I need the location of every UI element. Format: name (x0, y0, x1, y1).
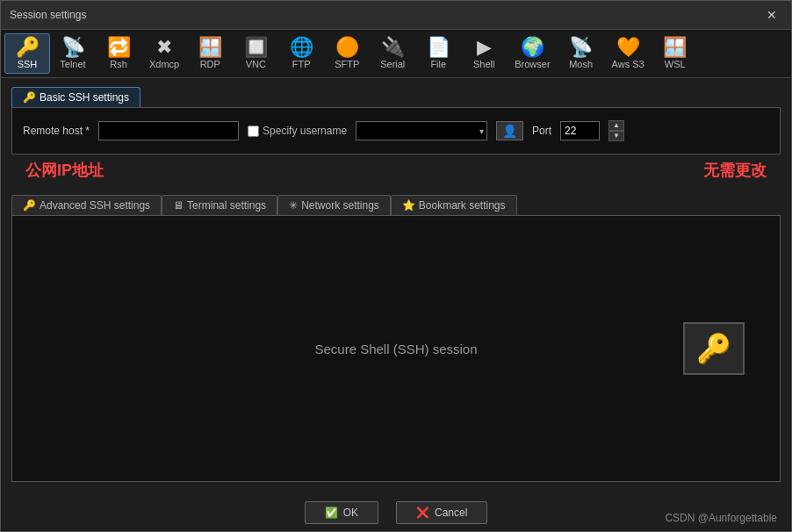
aws_s3-icon: 🧡 (616, 38, 640, 57)
close-button[interactable]: ✕ (761, 6, 782, 24)
vnc-icon: 🔲 (244, 38, 268, 57)
main-panel: Secure Shell (SSH) session 🔑 (11, 215, 781, 482)
telnet-icon: 📡 (61, 38, 85, 57)
terminal-tab-icon: 🖥 (173, 199, 184, 212)
panel-text: Secure Shell (SSH) session (314, 341, 477, 356)
toolbar-item-xdmcp[interactable]: ✖ Xdmcp (141, 33, 187, 74)
ok-label: OK (343, 507, 358, 519)
wsl-icon: 🪟 (663, 38, 687, 57)
port-increment-button[interactable]: ▲ (608, 120, 624, 131)
specify-username-checkbox[interactable] (248, 126, 259, 137)
ftp-icon: 🌐 (290, 38, 313, 57)
port-input[interactable] (560, 121, 600, 140)
browser-icon: 🌍 (521, 38, 544, 57)
network-tab-label: Network settings (301, 199, 379, 212)
username-select[interactable] (356, 121, 487, 140)
section-tabs: 🔑 Basic SSH settings (11, 87, 781, 107)
file-label: File (430, 59, 446, 69)
rdp-label: RDP (200, 59, 220, 69)
port-spinner: ▲ ▼ (608, 120, 624, 141)
remote-host-input[interactable] (98, 121, 239, 140)
session-settings-window: Session settings ✕ 🔑 SSH 📡 Telnet 🔁 Rsh … (0, 0, 792, 532)
title-bar: Session settings ✕ (1, 1, 791, 30)
network-tab-icon: ✳ (289, 199, 298, 212)
ok-button[interactable]: ✅ OK (305, 501, 378, 524)
toolbar-item-telnet[interactable]: 📡 Telnet (50, 33, 96, 74)
watermark: CSDN @Aunforgettable (665, 512, 777, 524)
remote-host-label: Remote host * (23, 125, 90, 137)
bottom-bar: ✅ OK ❌ Cancel CSDN @Aunforgettable (1, 491, 791, 531)
basic-ssh-label: Basic SSH settings (40, 91, 129, 104)
window-title: Session settings (10, 9, 86, 21)
mosh-icon: 📡 (569, 38, 593, 57)
sftp-label: SFTP (335, 59, 359, 69)
annotation-row: 公网IP地址 无需更改 (11, 155, 781, 183)
tab-basic-ssh[interactable]: 🔑 Basic SSH settings (11, 87, 140, 107)
key-icon-box: 🔑 (683, 322, 745, 375)
cancel-button[interactable]: ❌ Cancel (396, 501, 487, 524)
mosh-label: Mosh (569, 59, 593, 69)
toolbar-item-browser[interactable]: 🌍 Browser (507, 33, 558, 74)
sub-tab-advanced[interactable]: 🔑 Advanced SSH settings (11, 195, 162, 215)
port-label: Port (532, 125, 551, 137)
aws_s3-label: Aws S3 (612, 59, 644, 69)
toolbar: 🔑 SSH 📡 Telnet 🔁 Rsh ✖ Xdmcp 🪟 RDP 🔲 VNC… (1, 30, 791, 78)
serial-icon: 🔌 (381, 38, 405, 57)
rsh-icon: 🔁 (107, 38, 131, 57)
browser-label: Browser (515, 59, 550, 69)
sub-tab-network[interactable]: ✳ Network settings (277, 195, 391, 215)
cancel-label: Cancel (435, 507, 467, 519)
toolbar-item-ssh[interactable]: 🔑 SSH (4, 33, 50, 74)
toolbar-item-mosh[interactable]: 📡 Mosh (558, 33, 604, 74)
shell-label: Shell (473, 59, 494, 69)
username-select-wrapper: ▾ (356, 121, 487, 140)
ssh-icon: 🔑 (16, 38, 40, 57)
toolbar-item-file[interactable]: 📄 File (415, 33, 461, 74)
sub-tab-bookmark[interactable]: ⭐ Bookmark settings (391, 195, 517, 215)
shell-icon: ▶ (477, 38, 492, 57)
ssh-label: SSH (18, 59, 38, 69)
ok-icon: ✅ (325, 507, 338, 519)
toolbar-item-sftp[interactable]: 🟠 SFTP (324, 33, 370, 74)
bookmark-tab-label: Bookmark settings (419, 199, 506, 212)
vnc-label: VNC (246, 59, 266, 69)
wsl-label: WSL (665, 59, 686, 69)
toolbar-item-rdp[interactable]: 🪟 RDP (187, 33, 233, 74)
rsh-label: Rsh (110, 59, 127, 69)
specify-username-text: Specify username (263, 125, 347, 137)
toolbar-item-shell[interactable]: ▶ Shell (461, 33, 507, 74)
port-decrement-button[interactable]: ▼ (608, 131, 624, 141)
specify-username-label[interactable]: Specify username (248, 125, 347, 137)
advanced-tab-icon: 🔑 (23, 199, 36, 212)
toolbar-item-vnc[interactable]: 🔲 VNC (233, 33, 278, 74)
terminal-tab-label: Terminal settings (187, 199, 266, 212)
advanced-tab-label: Advanced SSH settings (40, 199, 150, 212)
sub-tabs: 🔑 Advanced SSH settings 🖥 Terminal setti… (11, 195, 781, 215)
serial-label: Serial (380, 59, 405, 69)
sub-tab-terminal[interactable]: 🖥 Terminal settings (162, 195, 277, 215)
annotation-left: 公网IP地址 (25, 160, 104, 181)
xdmcp-label: Xdmcp (149, 59, 179, 69)
toolbar-item-wsl[interactable]: 🪟 WSL (652, 33, 698, 74)
toolbar-item-rsh[interactable]: 🔁 Rsh (96, 33, 141, 74)
file-icon: 📄 (427, 38, 450, 57)
form-row: Remote host * Specify username ▾ 👤 Port (23, 120, 769, 141)
toolbar-item-aws_s3[interactable]: 🧡 Aws S3 (604, 33, 652, 74)
user-icon-button[interactable]: 👤 (496, 121, 523, 140)
content-area: 🔑 Basic SSH settings Remote host * Speci… (1, 78, 791, 491)
xdmcp-icon: ✖ (156, 38, 172, 57)
key-icon-container: 🔑 (683, 322, 745, 375)
bookmark-tab-icon: ⭐ (402, 199, 415, 212)
sftp-icon: 🟠 (335, 38, 359, 57)
basic-settings-panel: Remote host * Specify username ▾ 👤 Port (11, 107, 781, 155)
cancel-icon: ❌ (416, 507, 429, 519)
telnet-label: Telnet (60, 59, 85, 69)
basic-ssh-icon: 🔑 (23, 91, 36, 104)
ftp-label: FTP (292, 59, 311, 69)
toolbar-item-ftp[interactable]: 🌐 FTP (278, 33, 324, 74)
toolbar-item-serial[interactable]: 🔌 Serial (370, 33, 415, 74)
rdp-icon: 🪟 (198, 38, 222, 57)
key-icon: 🔑 (696, 332, 731, 365)
annotation-right: 无需更改 (703, 160, 767, 181)
